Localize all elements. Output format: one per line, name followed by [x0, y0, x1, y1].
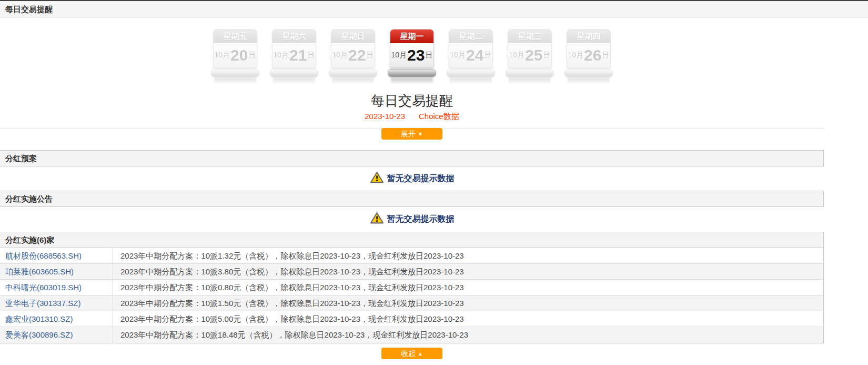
warning-icon [370, 171, 384, 186]
expand-button-label: 展开 [401, 130, 416, 138]
calendar-day-number: 21 [289, 47, 307, 63]
chevron-down-icon: ▼ [418, 131, 423, 137]
calendar-weekday: 星期五 [214, 29, 257, 43]
calendar-sheet: 星期四 10月26日 [567, 29, 611, 68]
section-dividend-plan: 分红预案 [0, 150, 824, 166]
section-dividend-announcement: 分红实施公告 [0, 191, 824, 207]
calendar-month: 10月 [450, 51, 466, 60]
dividend-detail: 2023年中期分配方案：10派0.80元（含税），除权除息日2023-10-23… [113, 280, 823, 295]
table-row: 鑫宏业(301310.SZ) 2023年中期分配方案：10派5.00元（含税），… [0, 311, 823, 327]
expand-button[interactable]: 展开 ▼ [381, 128, 442, 140]
calendar-day-suffix: 日 [602, 51, 609, 60]
calendar-weekday: 星期三 [508, 29, 551, 43]
calendar-weekday: 星期一 [390, 29, 433, 43]
calendar-sheet: 星期日 10月22日 [331, 29, 375, 68]
calendar-day-card[interactable]: 星期三 10月25日 [506, 29, 554, 84]
page-title: 每日交易提醒 [0, 0, 868, 17]
calendar-month: 10月 [391, 51, 407, 60]
stock-cell: 中科曙光(603019.SH) [0, 280, 113, 295]
stock-link[interactable]: 鑫宏业(301310.SZ) [5, 314, 73, 323]
calendar-card-reflection [391, 78, 433, 84]
summary-date: 2023-10-23 [365, 112, 405, 121]
collapse-area: 收起 ▲ [0, 348, 824, 360]
calendar-day-suffix: 日 [484, 51, 491, 60]
expand-divider: 展开 ▼ [0, 129, 824, 144]
warning-icon [370, 212, 384, 226]
empty-notice: 暂无交易提示数据 [0, 213, 824, 225]
table-row: 亚华电子(301337.SZ) 2023年中期分配方案：10派1.50元（含税）… [0, 295, 823, 311]
calendar-day-suffix: 日 [543, 51, 550, 60]
calendar-date: 10月22日 [331, 43, 375, 67]
dividend-detail: 2023年中期分配方案：10派1.32元（含税），除权除息日2023-10-23… [113, 248, 823, 263]
calendar-date: 10月21日 [272, 43, 316, 67]
empty-notice-text: 暂无交易提示数据 [387, 214, 455, 225]
collapse-button[interactable]: 收起 ▲ [381, 348, 442, 359]
calendar-day-card[interactable]: 星期日 10月22日 [329, 29, 377, 84]
calendar-day-number: 26 [584, 47, 601, 63]
calendar-month: 10月 [568, 51, 584, 60]
chevron-up-icon: ▲ [418, 351, 423, 357]
calendar-card-base [447, 69, 495, 77]
calendar-card-reflection [509, 78, 551, 84]
calendar-weekday: 星期六 [272, 29, 316, 43]
calendar-card-base [388, 69, 436, 77]
calendar-day-suffix: 日 [248, 51, 256, 60]
empty-notice-text: 暂无交易提示数据 [387, 173, 455, 184]
stock-cell: 航材股份(688563.SH) [0, 248, 113, 263]
stock-link[interactable]: 珀莱雅(603605.SH) [5, 267, 74, 276]
calendar-day-card[interactable]: 星期二 10月24日 [447, 29, 495, 84]
calendar-sheet: 星期六 10月21日 [272, 29, 316, 68]
table-row: 航材股份(688563.SH) 2023年中期分配方案：10派1.32元（含税）… [0, 248, 823, 264]
calendar-card-base [270, 69, 318, 77]
calendar-month: 10月 [332, 51, 348, 60]
calendar-day-number: 23 [407, 47, 425, 63]
calendar-sheet: 星期三 10月25日 [508, 29, 552, 68]
calendar-strip: 星期五 10月20日 星期六 10月21日 星期日 10月22 [0, 29, 824, 84]
main-content: 星期五 10月20日 星期六 10月21日 星期日 10月22 [0, 29, 824, 360]
stock-link[interactable]: 中科曙光(603019.SH) [5, 283, 82, 292]
calendar-card-base [329, 69, 377, 77]
calendar-date: 10月24日 [449, 43, 492, 67]
dividend-detail: 2023年中期分配方案：10派1.50元（含税），除权除息日2023-10-23… [113, 295, 823, 311]
stock-cell: 爱美客(300896.SZ) [0, 327, 113, 343]
calendar-day-card[interactable]: 星期五 10月20日 [211, 29, 259, 84]
calendar-sheet: 星期二 10月24日 [449, 29, 493, 68]
calendar-month: 10月 [274, 51, 289, 60]
calendar-day-suffix: 日 [307, 51, 315, 60]
calendar-day-card[interactable]: 星期六 10月21日 [270, 29, 318, 84]
dividend-detail: 2023年中期分配方案：10派18.48元（含税），除权除息日2023-10-2… [113, 327, 823, 343]
calendar-card-base [211, 69, 259, 77]
collapse-button-label: 收起 [401, 349, 416, 358]
calendar-day-suffix: 日 [425, 51, 432, 60]
calendar-card-reflection [273, 78, 315, 84]
calendar-sheet: 星期五 10月20日 [213, 29, 257, 68]
calendar-day-suffix: 日 [366, 51, 374, 60]
calendar-date: 10月26日 [567, 43, 610, 67]
calendar-card-reflection [214, 78, 256, 84]
calendar-card-reflection [450, 78, 492, 84]
calendar-month: 10月 [509, 51, 525, 60]
calendar-day-card[interactable]: 星期四 10月26日 [564, 29, 613, 84]
stock-link[interactable]: 爱美客(300896.SZ) [5, 330, 73, 339]
calendar-weekday: 星期四 [567, 29, 610, 43]
stock-link[interactable]: 亚华电子(301337.SZ) [5, 299, 80, 308]
calendar-date: 10月25日 [508, 43, 551, 67]
summary-title: 每日交易提醒 [0, 92, 824, 110]
summary-source: Choice数据 [419, 112, 459, 121]
calendar-day-number: 20 [230, 47, 248, 63]
calendar-day-number: 24 [466, 47, 483, 63]
calendar-date: 10月23日 [390, 43, 433, 67]
calendar-day-card-active[interactable]: 星期一 10月23日 [388, 29, 436, 84]
table-row: 中科曙光(603019.SH) 2023年中期分配方案：10派0.80元（含税）… [0, 280, 823, 295]
stock-cell: 亚华电子(301337.SZ) [0, 295, 113, 311]
stock-cell: 鑫宏业(301310.SZ) [0, 311, 113, 327]
calendar-card-base [564, 69, 613, 77]
calendar-day-number: 22 [348, 47, 366, 63]
dividend-table: 分红实施(6)家 航材股份(688563.SH) 2023年中期分配方案：10派… [0, 232, 824, 343]
table-row: 爱美客(300896.SZ) 2023年中期分配方案：10派18.48元（含税）… [0, 327, 823, 343]
summary-subtitle: 2023-10-23Choice数据 [0, 111, 824, 122]
calendar-month: 10月 [215, 51, 230, 60]
table-row: 珀莱雅(603605.SH) 2023年中期分配方案：10派3.80元（含税），… [0, 264, 823, 280]
stock-link[interactable]: 航材股份(688563.SH) [5, 251, 82, 260]
dividend-detail: 2023年中期分配方案：10派5.00元（含税），除权除息日2023-10-23… [113, 311, 823, 327]
